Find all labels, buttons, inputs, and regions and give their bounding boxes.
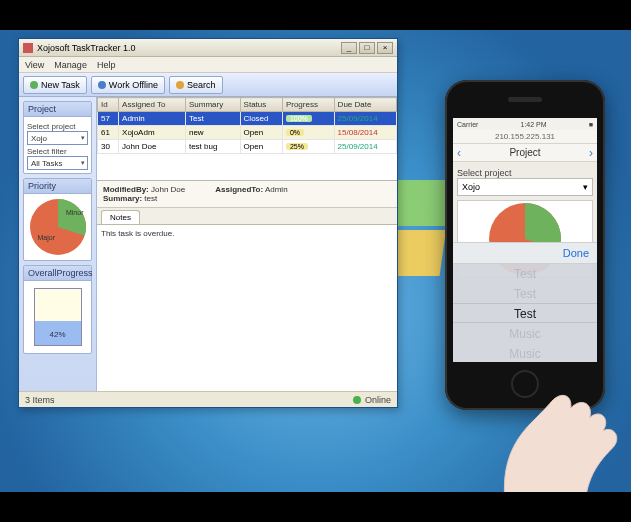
grid-col[interactable]: Status <box>240 98 282 112</box>
priority-panel-title: Priority <box>24 179 91 194</box>
picker-wheel[interactable]: TestTestTestMusicMusic <box>453 264 597 362</box>
phone-forward-button[interactable]: › <box>589 146 593 160</box>
app-icon <box>23 43 33 53</box>
status-online: Online <box>365 395 391 405</box>
search-label: Search <box>187 80 216 90</box>
new-task-button[interactable]: New Task <box>23 76 87 94</box>
status-bar: 3 Items Online <box>19 391 397 407</box>
project-panel: Project Select project Xojo Select filte… <box>23 101 92 174</box>
search-icon <box>176 81 184 89</box>
summary-value: test <box>144 194 157 203</box>
menu-help[interactable]: Help <box>97 60 116 70</box>
phone-status-bar: Carrier 1:42 PM ■ <box>453 118 597 130</box>
select-project-label: Select project <box>27 122 88 131</box>
phone-device: Carrier 1:42 PM ■ 210.155.225.131 ‹ Proj… <box>445 80 605 410</box>
picker-option[interactable]: Test <box>453 284 597 304</box>
summary-label: Summary: <box>103 194 142 203</box>
phone-speaker <box>508 97 542 102</box>
picker-option[interactable]: Music <box>453 344 597 362</box>
phone-select-label: Select project <box>457 168 593 178</box>
progress-panel: OverallProgress 42% <box>23 265 92 354</box>
phone-url-bar: 210.155.225.131 <box>453 130 597 144</box>
work-offline-button[interactable]: Work Offline <box>91 76 165 94</box>
project-combo[interactable]: Xojo <box>27 131 88 145</box>
menu-view[interactable]: View <box>25 60 44 70</box>
main-area: IdAssigned ToSummaryStatusProgressDue Da… <box>97 97 397 391</box>
phone-project-value: Xojo <box>462 182 480 192</box>
phone-screen: Carrier 1:42 PM ■ 210.155.225.131 ‹ Proj… <box>453 118 597 362</box>
picker-option[interactable]: Test <box>453 264 597 284</box>
tab-notes[interactable]: Notes <box>101 210 140 224</box>
table-row[interactable]: 61XojoAdmnewOpen0%15/08/2014 <box>98 126 397 140</box>
project-combo-value: Xojo <box>31 134 47 143</box>
progress-percent: 42% <box>35 330 81 339</box>
phone-picker[interactable]: Done TestTestTestMusicMusic <box>453 242 597 362</box>
priority-panel: Priority Minor Major <box>23 178 92 261</box>
work-offline-label: Work Offline <box>109 80 158 90</box>
project-panel-title: Project <box>24 102 91 117</box>
offline-icon <box>98 81 106 89</box>
phone-home-button[interactable] <box>511 370 539 398</box>
progress-panel-title: OverallProgress <box>24 266 91 281</box>
table-row[interactable]: 57AdminTestClosed100%25/09/2014 <box>98 112 397 126</box>
title-bar[interactable]: Xojosoft TaskTracker 1.0 _ □ × <box>19 39 397 57</box>
minimize-button[interactable]: _ <box>341 42 357 54</box>
picker-done-button[interactable]: Done <box>563 247 589 259</box>
select-filter-label: Select filter <box>27 147 88 156</box>
assignedto-label: AssignedTo: <box>215 185 263 194</box>
phone-page-title: Project <box>509 147 540 158</box>
progress-bar-chart: 42% <box>34 288 82 346</box>
status-items: 3 Items <box>25 395 55 405</box>
online-icon <box>353 396 361 404</box>
grid-col[interactable]: Summary <box>185 98 240 112</box>
legend-minor: Minor <box>66 209 84 216</box>
details-pane: ModifiedBy: John Doe Summary: test Assig… <box>97 181 397 208</box>
phone-battery-icon: ■ <box>589 121 593 128</box>
grid-col[interactable]: Assigned To <box>119 98 186 112</box>
new-task-label: New Task <box>41 80 80 90</box>
menu-manage[interactable]: Manage <box>54 60 87 70</box>
table-row[interactable]: 30John Doetest bugOpen25%25/09/2014 <box>98 140 397 154</box>
tab-strip: Notes <box>97 208 397 224</box>
desktop: Xojosoft TaskTracker 1.0 _ □ × View Mana… <box>0 30 631 492</box>
sidebar: Project Select project Xojo Select filte… <box>19 97 97 391</box>
phone-back-button[interactable]: ‹ <box>457 146 461 160</box>
modifiedby-value: John Doe <box>151 185 185 194</box>
search-button[interactable]: Search <box>169 76 223 94</box>
grid-col[interactable]: Due Date <box>334 98 396 112</box>
assignedto-value: Admin <box>265 185 288 194</box>
app-window: Xojosoft TaskTracker 1.0 _ □ × View Mana… <box>18 38 398 408</box>
picker-toolbar: Done <box>453 242 597 264</box>
phone-url: 210.155.225.131 <box>495 132 555 141</box>
phone-nav-bar: ‹ Project › <box>453 144 597 162</box>
maximize-button[interactable]: □ <box>359 42 375 54</box>
phone-project-select[interactable]: Xojo <box>457 178 593 196</box>
task-grid[interactable]: IdAssigned ToSummaryStatusProgressDue Da… <box>97 97 397 181</box>
grid-col[interactable]: Progress <box>282 98 334 112</box>
filter-combo-value: All Tasks <box>31 159 62 168</box>
phone-time: 1:42 PM <box>521 121 547 128</box>
grid-col[interactable]: Id <box>98 98 119 112</box>
filter-combo[interactable]: All Tasks <box>27 156 88 170</box>
notes-area[interactable]: This task is overdue. <box>97 224 397 391</box>
phone-carrier: Carrier <box>457 121 478 128</box>
toolbar: New Task Work Offline Search <box>19 73 397 97</box>
picker-option[interactable]: Music <box>453 324 597 344</box>
plus-icon <box>30 81 38 89</box>
priority-pie-chart: Minor Major <box>30 199 86 255</box>
modifiedby-label: ModifiedBy: <box>103 185 149 194</box>
window-title: Xojosoft TaskTracker 1.0 <box>37 43 136 53</box>
legend-major: Major <box>38 234 56 241</box>
menu-bar: View Manage Help <box>19 57 397 73</box>
close-button[interactable]: × <box>377 42 393 54</box>
